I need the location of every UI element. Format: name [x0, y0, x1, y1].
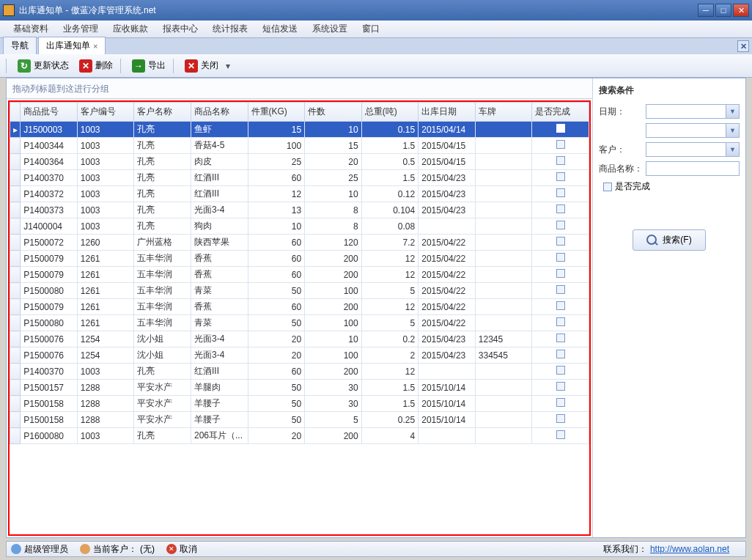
- row-checkbox[interactable]: [556, 156, 565, 165]
- table-row[interactable]: P15000791261五丰华润香蕉60200122015/04/22: [10, 267, 589, 283]
- cancel-icon: ✕: [166, 544, 177, 554]
- col-header[interactable]: 件重(KG): [248, 103, 305, 122]
- export-icon: →: [132, 59, 145, 73]
- delete-button[interactable]: ✕ 删除: [75, 57, 117, 75]
- row-checkbox[interactable]: [556, 414, 565, 423]
- refresh-button[interactable]: ↻ 更新状态: [13, 57, 73, 75]
- row-checkbox[interactable]: [556, 301, 565, 310]
- contact-link[interactable]: http://www.aolan.net: [650, 544, 729, 554]
- complete-checkbox[interactable]: [603, 183, 612, 191]
- menu-业务管理[interactable]: 业务管理: [56, 21, 106, 37]
- table-row[interactable]: P14003641003孔亮肉皮25200.52015/04/15: [10, 154, 589, 170]
- menu-窗口[interactable]: 窗口: [355, 21, 387, 37]
- app-icon: [3, 4, 15, 16]
- close-window-button[interactable]: ✕: [733, 4, 749, 17]
- row-checkbox[interactable]: [556, 124, 565, 133]
- group-hint[interactable]: 拖动列标题到这进行分组: [7, 78, 592, 99]
- row-checkbox[interactable]: [556, 382, 565, 391]
- table-row[interactable]: P15001581288平安水产羊腰子50301.52015/10/14: [10, 396, 589, 412]
- cancel-button[interactable]: ✕ 取消: [166, 543, 197, 556]
- export-button[interactable]: → 导出: [128, 57, 170, 75]
- search-icon: [646, 235, 658, 246]
- cancel-label: 取消: [180, 543, 197, 556]
- col-header[interactable]: 是否完成: [532, 103, 589, 122]
- row-checkbox[interactable]: [556, 172, 565, 181]
- user-icon: [11, 544, 21, 554]
- date-label: 日期：: [599, 106, 643, 118]
- close-tab-button[interactable]: ✕: [737, 40, 749, 52]
- tab-出库通知单[interactable]: 出库通知单×: [38, 37, 106, 54]
- product-label: 商品名称：: [599, 163, 643, 175]
- col-header[interactable]: 总重(吨): [361, 103, 419, 122]
- row-checkbox[interactable]: [556, 334, 565, 342]
- table-row[interactable]: P14003731003孔亮光面3-41380.1042015/04/23: [10, 202, 589, 218]
- col-header[interactable]: 车牌: [475, 103, 532, 122]
- content-area: 拖动列标题到这进行分组 商品批号客户编号客户名称商品名称件重(KG)件数总重(吨…: [6, 78, 746, 538]
- menu-应收账款[interactable]: 应收账款: [106, 21, 155, 37]
- table-row[interactable]: P15000801261五丰华润青菜5010052015/04/22: [10, 283, 589, 299]
- row-checkbox[interactable]: [556, 237, 565, 246]
- menu-基础资料[interactable]: 基础资料: [6, 21, 56, 37]
- menu-系统设置[interactable]: 系统设置: [305, 21, 355, 37]
- table-row[interactable]: P15001571288平安水产羊腿肉50301.52015/10/14: [10, 380, 589, 396]
- data-grid[interactable]: 商品批号客户编号客户名称商品名称件重(KG)件数总重(吨)出库日期车牌是否完成 …: [10, 102, 589, 444]
- menu-bar: 基础资料业务管理应收账款报表中心统计报表短信发送系统设置窗口: [0, 21, 752, 38]
- close-button[interactable]: ✕ 关闭: [180, 57, 223, 75]
- row-checkbox[interactable]: [556, 205, 565, 213]
- row-checkbox[interactable]: [556, 317, 565, 326]
- menu-报表中心[interactable]: 报表中心: [155, 21, 205, 37]
- table-row[interactable]: P15000761254沈小姐光面3-42010022015/04/233345…: [10, 347, 589, 364]
- dropdown-icon[interactable]: ▼: [726, 105, 739, 118]
- table-row[interactable]: P15000721260广州蓝格陕西苹果601207.22015/04/22: [10, 235, 589, 251]
- row-checkbox[interactable]: [556, 366, 565, 375]
- row-checkbox[interactable]: [556, 221, 565, 229]
- search-button[interactable]: 搜索(F): [633, 229, 705, 251]
- col-header[interactable]: 出库日期: [419, 103, 476, 122]
- col-header[interactable]: 商品批号: [21, 103, 78, 122]
- maximize-button[interactable]: □: [715, 4, 731, 17]
- table-row[interactable]: P15000791261五丰华润香蕉60200122015/04/22: [10, 299, 589, 315]
- table-row[interactable]: P15000791261五丰华润香蕉60200122015/04/22: [10, 251, 589, 267]
- row-checkbox[interactable]: [556, 253, 565, 262]
- row-checkbox[interactable]: [556, 188, 565, 197]
- row-checkbox[interactable]: [556, 398, 565, 407]
- col-header[interactable]: 客户编号: [77, 103, 134, 122]
- row-checkbox[interactable]: [556, 430, 565, 439]
- row-checkbox[interactable]: [556, 269, 565, 278]
- table-row[interactable]: P16000801003孔亮206耳片（...202004: [10, 428, 589, 444]
- dropdown-icon[interactable]: ▼: [726, 124, 739, 137]
- row-checkbox[interactable]: [556, 285, 565, 294]
- tab-close-icon[interactable]: ×: [93, 42, 97, 51]
- col-header[interactable]: 客户名称: [134, 103, 191, 122]
- menu-统计报表[interactable]: 统计报表: [205, 21, 255, 37]
- status-customer-label: 当前客户：: [93, 543, 137, 556]
- table-row[interactable]: P14003721003孔亮红酒III12100.122015/04/23: [10, 186, 589, 202]
- search-title: 搜索条件: [599, 84, 740, 97]
- table-row[interactable]: P15000761254沈小姐光面3-420100.22015/04/23123…: [10, 331, 589, 347]
- table-row[interactable]: P15001581288平安水产羊腰子5050.252015/10/14: [10, 412, 589, 428]
- status-user: 超级管理员: [24, 543, 68, 556]
- row-checkbox[interactable]: [556, 140, 565, 149]
- table-row[interactable]: P14003701003孔亮红酒III6020012: [10, 364, 589, 380]
- table-row[interactable]: J14000041003孔亮狗肉1080.08: [10, 218, 589, 235]
- grid-wrapper: 商品批号客户编号客户名称商品名称件重(KG)件数总重(吨)出库日期车牌是否完成 …: [8, 100, 591, 536]
- row-checkbox[interactable]: [556, 350, 565, 358]
- menu-短信发送[interactable]: 短信发送: [255, 21, 305, 37]
- date-from-input[interactable]: ▼: [646, 104, 740, 119]
- tab-导航[interactable]: 导航: [3, 37, 37, 54]
- table-row[interactable]: P15000801261五丰华润青菜5010052015/04/22: [10, 315, 589, 331]
- customer-input[interactable]: ▼: [646, 142, 740, 157]
- date-to-input[interactable]: ▼: [646, 123, 740, 138]
- search-panel: 搜索条件 日期： ▼ ▼ 客户： ▼ 商品名称： 是否完成 搜索(F): [593, 78, 745, 537]
- table-row[interactable]: P14003701003孔亮红酒III60251.52015/04/23: [10, 170, 589, 186]
- table-row[interactable]: P14003441003孔亮香菇4-5100151.52015/04/15: [10, 138, 589, 154]
- delete-label: 删除: [95, 59, 113, 72]
- col-header[interactable]: 件数: [305, 103, 362, 122]
- minimize-button[interactable]: ─: [698, 4, 714, 17]
- contact-label: 联系我们：: [603, 543, 647, 556]
- col-header[interactable]: 商品名称: [191, 103, 248, 122]
- product-input[interactable]: [646, 161, 740, 176]
- toolbar-overflow[interactable]: ▾: [224, 59, 232, 73]
- dropdown-icon[interactable]: ▼: [726, 143, 739, 156]
- table-row[interactable]: ▸J15000031003孔亮鱼虾15100.152015/04/14: [10, 122, 589, 138]
